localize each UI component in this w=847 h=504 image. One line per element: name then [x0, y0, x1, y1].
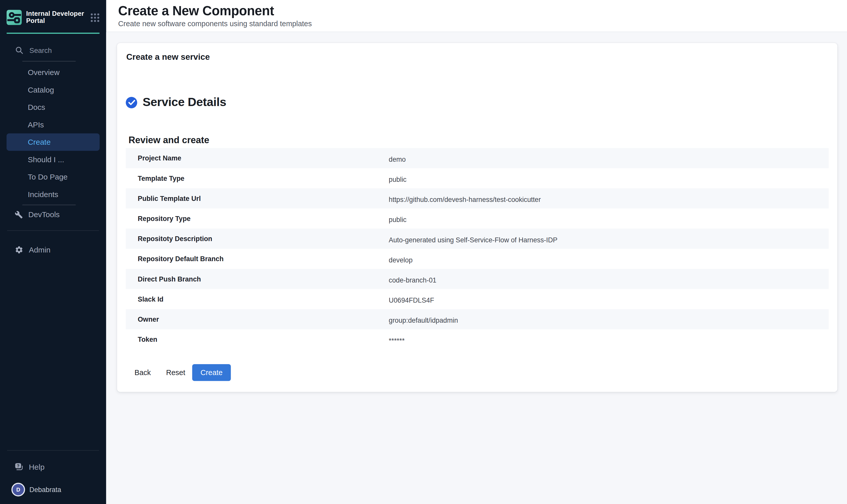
review-row-label: Repository Default Branch	[138, 255, 223, 263]
brand-title-line1: Internal Developer	[26, 10, 84, 18]
gear-icon	[15, 246, 23, 254]
sidebar-item-label: Docs	[28, 103, 45, 112]
sidebar-item-label: Catalog	[28, 86, 54, 94]
review-row: Repository Type public	[126, 209, 828, 229]
sidebar: Internal Developer Portal Search	[0, 0, 106, 504]
review-row-label: Public Template Url	[138, 195, 201, 202]
card-title: Create a new service	[126, 52, 210, 62]
sidebar-item-overview[interactable]: Overview	[6, 64, 100, 81]
sidebar-item-catalog[interactable]: Catalog	[6, 81, 100, 98]
review-row: Token ******	[126, 329, 828, 349]
section-divider	[7, 230, 99, 231]
sidebar-item-docs[interactable]: Docs	[6, 98, 100, 116]
review-row-label: Repositoty Description	[138, 235, 212, 242]
search-icon	[15, 46, 23, 54]
apps-grid-icon[interactable]	[90, 13, 100, 22]
review-row-label: Direct Push Branch	[138, 275, 201, 283]
help-chat-icon: ?	[15, 463, 23, 471]
review-row-value: public	[389, 176, 407, 183]
sidebar-item-todo-page[interactable]: To Do Page	[6, 168, 100, 185]
review-row-label: Repository Type	[138, 215, 191, 222]
sidebar-item-should-i[interactable]: Should I ...	[6, 151, 100, 168]
review-heading: Review and create	[128, 135, 209, 146]
sidebar-item-label: Admin	[29, 246, 50, 254]
review-row: Template Type public	[126, 168, 828, 188]
review-row-value: ******	[389, 337, 404, 344]
app-logo-icon[interactable]	[6, 10, 22, 25]
user-menu[interactable]: D Debabrata	[0, 483, 106, 497]
brand-title-line2: Portal	[26, 17, 84, 25]
page-content: Create a new service Service Details Rev…	[106, 32, 847, 504]
sidebar-item-label: To Do Page	[28, 173, 68, 181]
brand: Internal Developer Portal	[0, 0, 106, 25]
brand-title: Internal Developer Portal	[26, 10, 84, 25]
sidebar-item-help[interactable]: ? Help	[0, 459, 106, 475]
sidebar-item-label: APIs	[28, 120, 44, 129]
sidebar-item-label: Overview	[28, 68, 59, 77]
search-divider	[22, 61, 76, 61]
review-row: Repositoty Description Auto-generated us…	[126, 229, 828, 249]
review-row-label: Slack Id	[138, 295, 164, 303]
step-label: Service Details	[143, 95, 227, 110]
bottom-divider	[7, 450, 99, 451]
sidebar-item-apis[interactable]: APIs	[6, 116, 100, 133]
main-area: Create a New Component Create new softwa…	[106, 0, 847, 504]
review-row: Direct Push Branch code-branch-01	[126, 269, 828, 289]
brand-underline	[6, 33, 100, 34]
create-service-card: Create a new service Service Details Rev…	[117, 43, 837, 392]
app-root: Internal Developer Portal Search	[0, 0, 847, 504]
review-row-value: U0694FDLS4F	[389, 296, 434, 304]
sidebar-item-create[interactable]: Create	[6, 133, 100, 150]
page-subtitle: Create new software components using sta…	[118, 20, 847, 28]
review-row: Slack Id U0694FDLS4F	[126, 289, 828, 309]
sidebar-item-label: Incidents	[28, 190, 58, 199]
review-row-label: Project Name	[138, 154, 181, 162]
sidebar-nav: Overview Catalog Docs APIs Create Should…	[0, 64, 106, 203]
reset-button[interactable]: Reset	[161, 365, 191, 380]
review-row: Repository Default Branch develop	[126, 249, 828, 269]
sidebar-item-label: Should I ...	[28, 155, 64, 164]
sidebar-item-label: Help	[29, 463, 44, 471]
review-row-value: Auto-generated using Self-Service-Flow o…	[389, 236, 557, 244]
nav-divider	[22, 205, 76, 205]
page-header: Create a New Component Create new softwa…	[106, 0, 847, 32]
back-button[interactable]: Back	[129, 365, 156, 380]
search-label: Search	[30, 46, 52, 54]
sidebar-item-incidents[interactable]: Incidents	[6, 186, 100, 203]
review-row-value: https://github.com/devesh-harness/test-c…	[389, 196, 541, 203]
sidebar-item-devtools[interactable]: DevTools	[0, 206, 106, 222]
sidebar-search[interactable]: Search	[0, 46, 106, 54]
create-button[interactable]: Create	[192, 364, 231, 381]
sidebar-item-admin[interactable]: Admin	[0, 241, 106, 258]
page-title: Create a New Component	[118, 4, 847, 18]
review-row-value: group:default/idpadmin	[389, 317, 458, 324]
review-row-value: develop	[389, 256, 413, 264]
avatar: D	[12, 483, 25, 497]
user-name: Debabrata	[30, 486, 61, 493]
review-table: Project Name demo Template Type public P…	[126, 148, 828, 349]
svg-text:?: ?	[17, 464, 19, 468]
form-actions: Back Reset Create	[126, 364, 231, 381]
review-row-value: public	[389, 216, 407, 223]
sidebar-item-label: Create	[28, 138, 51, 146]
step-service-details[interactable]: Service Details	[126, 95, 226, 110]
review-row-label: Owner	[138, 315, 159, 323]
wrench-icon	[15, 210, 23, 218]
review-row: Owner group:default/idpadmin	[126, 309, 828, 329]
step-check-icon	[126, 97, 137, 108]
sidebar-item-label: DevTools	[28, 210, 59, 219]
review-row-label: Token	[138, 336, 158, 343]
review-row-value: code-branch-01	[389, 276, 436, 284]
review-row-label: Template Type	[138, 175, 184, 182]
sidebar-bottom: ? Help D Debabrata	[0, 450, 106, 497]
review-row: Project Name demo	[126, 148, 828, 168]
review-row: Public Template Url https://github.com/d…	[126, 188, 828, 209]
review-row-value: demo	[389, 155, 406, 163]
